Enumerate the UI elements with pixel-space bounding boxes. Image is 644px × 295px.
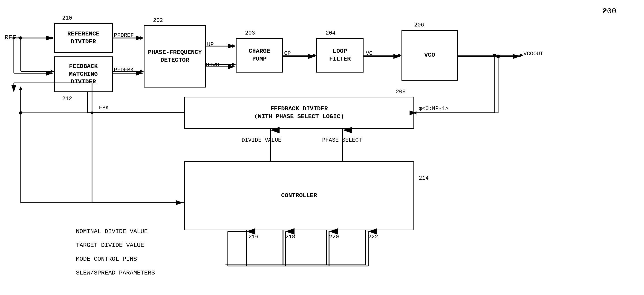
ref-divider-id: 210 <box>62 15 72 21</box>
feedback-matching-divider-id: 212 <box>62 96 72 102</box>
pfd-id: 202 <box>153 17 163 24</box>
pfdfbk-label: PFDFBK <box>114 67 134 73</box>
diagram: 200 ↗ REF → REFERENCEDIVIDER 210 FEEDBAC… <box>0 0 644 295</box>
input-220: 220 <box>329 234 339 240</box>
svg-marker-7 <box>140 36 144 40</box>
loop-filter-block: LOOPFILTER <box>316 38 364 73</box>
svg-marker-15 <box>313 54 316 57</box>
feedback-divider-id: 208 <box>396 89 406 95</box>
diagram-number-curve: ↗ <box>602 5 607 14</box>
svg-marker-17 <box>398 54 402 57</box>
controller-id: 214 <box>419 175 429 181</box>
input-218: 218 <box>285 234 295 240</box>
slew-spread-label: SLEW/SPREAD PARAMETERS <box>76 269 155 276</box>
nominal-divide-value-label: NOMINAL DIVIDE VALUE <box>76 228 148 235</box>
feedback-matching-divider-block: FEEDBACKMATCHINGDIVIDER <box>54 56 113 92</box>
svg-marker-9 <box>140 70 144 73</box>
vcoout-label: VCOOUT <box>524 51 543 57</box>
down-label: DOWN <box>206 62 219 68</box>
svg-marker-5 <box>50 70 54 73</box>
pfdref-label: PFDREF <box>114 32 134 39</box>
phi-label: φ<0:NP-1> <box>419 106 449 112</box>
loop-filter-id: 204 <box>326 30 336 36</box>
phase-select-label: PHASE SELECT <box>322 137 362 143</box>
input-222: 222 <box>368 234 378 240</box>
svg-marker-13 <box>232 63 236 66</box>
target-divide-value-label: TARGET DIVIDE VALUE <box>76 242 144 249</box>
feedback-divider-block: FEEDBACK DIVIDER(WITH PHASE SELECT LOGIC… <box>184 97 414 129</box>
pfd-block: PHASE-FREQUENCYDETECTOR <box>144 25 206 88</box>
ref-label: REF <box>4 34 16 41</box>
up-label: UP <box>207 42 214 48</box>
svg-marker-21 <box>520 54 524 57</box>
cp-label: CP <box>284 50 291 56</box>
input-216: 216 <box>248 234 258 240</box>
fbk-label: FBK <box>99 105 109 111</box>
mode-control-pins-label: MODE CONTROL PINS <box>76 256 137 262</box>
controller-block: CONTROLLER <box>184 161 414 230</box>
charge-pump-id: 203 <box>245 30 255 36</box>
ref-arrow: → <box>15 34 19 41</box>
vco-block: VCO <box>402 30 458 81</box>
svg-marker-11 <box>232 45 236 48</box>
vco-id: 206 <box>414 22 424 28</box>
vc-label: VC <box>366 50 372 56</box>
charge-pump-block: CHARGEPUMP <box>236 38 283 73</box>
reference-divider-block: REFERENCEDIVIDER <box>54 23 113 53</box>
divide-value-label: DIVIDE VALUE <box>242 137 282 143</box>
svg-marker-1 <box>50 36 54 40</box>
